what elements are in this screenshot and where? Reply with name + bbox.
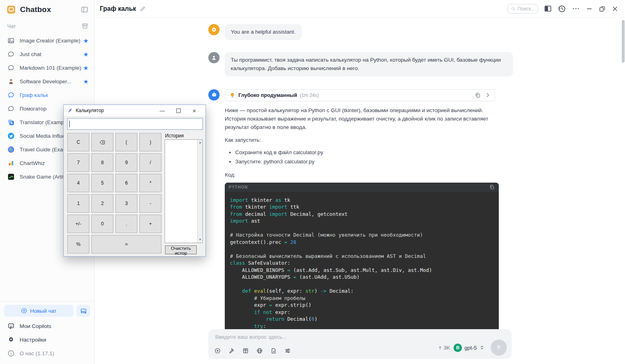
tkinter-feather-icon (67, 108, 73, 114)
search-input[interactable]: Поиск... (508, 4, 538, 14)
calc-key-.[interactable]: . (115, 215, 137, 233)
calc-key-([interactable]: ( (115, 133, 137, 151)
star-icon[interactable]: ★ (83, 78, 90, 84)
sidebar-footer-item[interactable]: Мои Copilots (4, 319, 90, 333)
edit-title-icon[interactable] (139, 6, 146, 12)
layout-columns-icon[interactable] (544, 4, 552, 13)
thinking-panel[interactable]: Глубоко продуманный (1m 24s) (225, 89, 495, 101)
code-line: expr = expr.strip() (230, 302, 499, 309)
calc-key-equals[interactable]: = (91, 235, 161, 253)
tools-hammer-icon[interactable] (228, 347, 236, 355)
system-avatar (208, 24, 220, 35)
calc-key--[interactable]: - (139, 194, 161, 213)
sidebar-item[interactable]: Markdown 101 (Example)★ (0, 61, 94, 74)
code-line (230, 225, 499, 232)
settings-sliders-icon[interactable] (284, 347, 292, 355)
calc-key-9[interactable]: 9 (115, 153, 137, 172)
search-placeholder: Поиск... (518, 6, 535, 12)
new-chat-label: Новый чат (30, 308, 56, 314)
calc-close-button[interactable]: × (186, 105, 202, 116)
calculator-titlebar[interactable]: Калькулятор — × (64, 105, 206, 116)
calc-key-)[interactable]: ) (139, 133, 161, 151)
calc-key-6[interactable]: 6 (115, 174, 137, 192)
main-header: Граф кальк Поиск... (95, 0, 625, 18)
artifact-doc-icon[interactable] (270, 347, 278, 355)
history-icon[interactable] (558, 4, 566, 13)
history-scrollbar[interactable]: ▲ ▼ (197, 140, 202, 243)
composer-placeholder: Введите ваш вопрос здесь... (215, 334, 287, 340)
model-name: gpt-5 (464, 345, 477, 351)
sidebar-item[interactable]: Граф кальк (0, 88, 94, 102)
copy-icon[interactable] (475, 92, 481, 98)
sidebar-item-label: Image Creator (Example) (20, 38, 83, 44)
calc-key-8[interactable]: 8 (91, 153, 113, 172)
calc-key-2[interactable]: 2 (91, 194, 113, 213)
chat-icon (7, 91, 15, 99)
collapse-sidebar-icon[interactable] (81, 6, 89, 14)
developer-icon (7, 78, 15, 85)
calc-key-4[interactable]: 4 (67, 174, 89, 192)
window-close-button[interactable] (611, 5, 619, 12)
send-button[interactable] (491, 340, 507, 356)
app-window: Chatbox Чат Image Creator (Example)★Just… (0, 0, 625, 364)
chat-area: You are a helpful assistant. Ты программ… (208, 18, 513, 352)
new-chat-button[interactable]: Новый чат (4, 305, 73, 317)
calc-key-*[interactable]: * (139, 174, 161, 192)
chat-icon (7, 50, 15, 58)
calc-key-7[interactable]: 7 (67, 153, 89, 172)
archive-icon[interactable] (81, 22, 89, 30)
image-icon (7, 37, 15, 44)
calc-minimize-button[interactable]: — (154, 105, 170, 116)
sidebar-item[interactable]: Software Developer...★ (0, 74, 94, 88)
gear-avatar-icon (211, 26, 217, 33)
copy-code-icon[interactable] (489, 184, 495, 190)
calc-key-/[interactable]: / (139, 153, 161, 172)
calc-key-+[interactable]: + (139, 215, 161, 233)
model-selector[interactable]: B gpt-5 (454, 344, 485, 352)
calculator-window[interactable]: Калькулятор — × C()789/456*123-+/-0.+%= … (63, 105, 206, 257)
code-line: ALLOWED_UNARYOPS = (ast.UAdd, ast.USub) (230, 274, 499, 281)
star-icon[interactable]: ★ (83, 65, 90, 71)
scroll-up-icon[interactable]: ▲ (198, 140, 203, 145)
message-composer[interactable]: Введите ваш вопрос здесь... 3K B gpt-5 (208, 329, 512, 359)
more-menu-icon[interactable] (572, 4, 580, 13)
history-listbox[interactable]: ▲ ▼ (165, 139, 203, 243)
how-to-run-label: Как запустить: (225, 137, 513, 143)
window-minimize-button[interactable] (586, 5, 593, 12)
calc-key-C[interactable]: C (67, 133, 89, 151)
calc-key-+/-[interactable]: +/- (67, 215, 89, 233)
new-image-button[interactable] (77, 305, 90, 317)
star-icon[interactable]: ★ (83, 38, 90, 44)
run-step: Запустите: python3 calculator.py (235, 157, 513, 167)
calc-key-5[interactable]: 5 (91, 174, 113, 192)
knowledge-book-icon[interactable] (242, 347, 250, 355)
chat-icon (7, 105, 15, 113)
sidebar-item[interactable]: Image Creator (Example)★ (0, 34, 94, 47)
sidebar-footer-item[interactable]: Настройки (4, 333, 90, 346)
sidebar-item-label: Just chat (20, 51, 83, 57)
chart-icon (7, 159, 15, 167)
clear-history-button[interactable]: Очистить истор (165, 245, 197, 254)
calc-key-1[interactable]: 1 (67, 194, 89, 213)
calculator-display-input[interactable] (67, 118, 203, 130)
sidebar-item[interactable]: Just chat★ (0, 47, 94, 61)
sidebar-footer-item[interactable]: О нас (1.17.1) (4, 346, 90, 360)
scroll-down-icon[interactable]: ▼ (198, 237, 203, 243)
web-globe-icon[interactable] (256, 347, 264, 355)
calc-key-percent[interactable]: % (67, 235, 89, 253)
code-line: # Убираем пробелы (230, 295, 499, 302)
chevron-right-icon[interactable] (485, 92, 491, 98)
attach-plus-icon[interactable] (214, 347, 222, 355)
calc-key-3[interactable]: 3 (115, 194, 137, 213)
robot-icon (211, 91, 218, 98)
code-line: ALLOWED_BINOPS = (ast.Add, ast.Sub, ast.… (230, 267, 499, 274)
code-line: from decimal import Decimal, getcontext (230, 211, 499, 218)
sidebar-item-label: Markdown 101 (Example) (20, 65, 83, 71)
window-restore-button[interactable] (599, 5, 606, 12)
code-line: from tkinter import ttk (230, 203, 499, 211)
page-scrollbar[interactable] (622, 20, 625, 62)
calc-key-0[interactable]: 0 (91, 215, 113, 233)
star-icon[interactable]: ★ (83, 51, 90, 57)
calc-maximize-button[interactable] (170, 105, 186, 116)
calc-key-backspace[interactable] (91, 133, 113, 151)
